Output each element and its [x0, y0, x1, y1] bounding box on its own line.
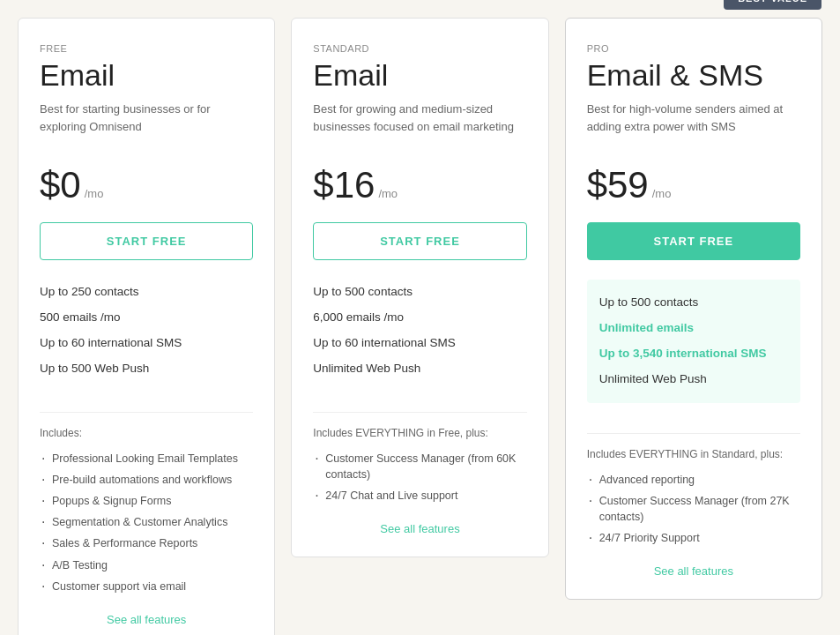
pricing-container: FREEEmailBest for starting businesses or… — [18, 18, 822, 635]
see-all-features-standard[interactable]: See all features — [313, 506, 526, 535]
plan-tier-pro: PRO — [587, 43, 800, 54]
start-btn-pro[interactable]: START FREE — [587, 222, 800, 260]
plan-name-free: Email — [40, 59, 253, 92]
bullet-item: Sales & Performance Reports — [40, 533, 253, 554]
plan-name-pro: Email & SMS — [587, 59, 800, 92]
bullet-item: A/B Testing — [40, 555, 253, 576]
bullet-item: Advanced reporting — [587, 469, 800, 490]
includes-label-standard: Includes EVERYTHING in Free, plus: — [313, 427, 526, 439]
plan-tier-standard: STANDARD — [313, 43, 526, 54]
plan-description-pro: Best for high-volume senders aimed at ad… — [587, 101, 800, 146]
bullet-item: Popups & Signup Forms — [40, 490, 253, 512]
plan-description-free: Best for starting businesses or for expl… — [40, 101, 253, 146]
bullet-item: Pre-build automations and workflows — [40, 469, 253, 490]
highlight-item: Up to 3,540 international SMS — [599, 341, 788, 367]
price-period-standard: /mo — [378, 187, 398, 200]
highlight-item: Up to 60 international SMS — [40, 331, 253, 356]
price-period-free: /mo — [85, 187, 104, 200]
highlight-item: Up to 500 contacts — [599, 290, 788, 316]
plan-description-standard: Best for growing and medium-sized busine… — [313, 101, 526, 146]
features-highlight-standard: Up to 500 contacts6,000 emails /moUp to … — [313, 280, 526, 382]
bullet-item: Customer Success Manager (from 27K conta… — [587, 490, 800, 527]
highlight-item: Up to 500 contacts — [313, 280, 526, 305]
bullet-item: Customer support via email — [40, 576, 253, 597]
features-highlight-free: Up to 250 contacts500 emails /moUp to 60… — [40, 280, 253, 382]
bullet-item: Customer Success Manager (from 60K conta… — [313, 448, 526, 485]
includes-label-free: Includes: — [40, 427, 253, 439]
pricing-card-free: FREEEmailBest for starting businesses or… — [18, 18, 275, 635]
price-amount-standard: $16 — [313, 164, 375, 206]
price-row-pro: $59 /mo — [587, 164, 800, 206]
pricing-card-standard: STANDARDEmailBest for growing and medium… — [291, 18, 548, 557]
bullet-list-pro: Advanced reportingCustomer Success Manag… — [587, 469, 800, 549]
price-period-pro: /mo — [652, 187, 672, 200]
bullet-list-free: Professional Looking Email TemplatesPre-… — [40, 448, 253, 597]
start-btn-free[interactable]: START FREE — [40, 222, 253, 260]
highlight-item: 500 emails /mo — [40, 305, 253, 331]
bullet-item: Segmentation & Customer Analytics — [40, 512, 253, 533]
bullet-list-standard: Customer Success Manager (from 60K conta… — [313, 448, 526, 506]
highlight-item: Unlimited Web Push — [313, 356, 526, 382]
plan-tier-free: FREE — [40, 43, 253, 54]
price-amount-free: $0 — [40, 164, 81, 206]
highlight-item: Up to 250 contacts — [40, 280, 253, 305]
price-amount-pro: $59 — [587, 164, 649, 206]
highlight-item: Up to 60 international SMS — [313, 331, 526, 356]
divider-free — [40, 412, 253, 413]
best-value-badge: BEST VALUE — [724, 0, 821, 10]
price-row-free: $0 /mo — [40, 164, 253, 206]
price-row-standard: $16 /mo — [313, 164, 526, 206]
bullet-item: 24/7 Priority Support — [587, 527, 800, 549]
divider-standard — [313, 412, 526, 413]
see-all-features-free[interactable]: See all features — [40, 597, 253, 626]
pro-highlight-box: Up to 500 contactsUnlimited emailsUp to … — [587, 280, 800, 403]
highlight-item: Up to 500 Web Push — [40, 356, 253, 382]
pricing-card-pro: BEST VALUEPROEmail & SMSBest for high-vo… — [565, 18, 822, 600]
highlight-item: 6,000 emails /mo — [313, 305, 526, 331]
includes-label-pro: Includes EVERYTHING in Standard, plus: — [587, 448, 800, 460]
bullet-item: 24/7 Chat and Live support — [313, 485, 526, 506]
see-all-features-pro[interactable]: See all features — [587, 549, 800, 578]
highlight-item: Unlimited emails — [599, 316, 788, 341]
plan-name-standard: Email — [313, 59, 526, 92]
start-btn-standard[interactable]: START FREE — [313, 222, 526, 260]
highlight-item: Unlimited Web Push — [599, 367, 788, 392]
bullet-item: Professional Looking Email Templates — [40, 448, 253, 469]
divider-pro — [587, 433, 800, 434]
